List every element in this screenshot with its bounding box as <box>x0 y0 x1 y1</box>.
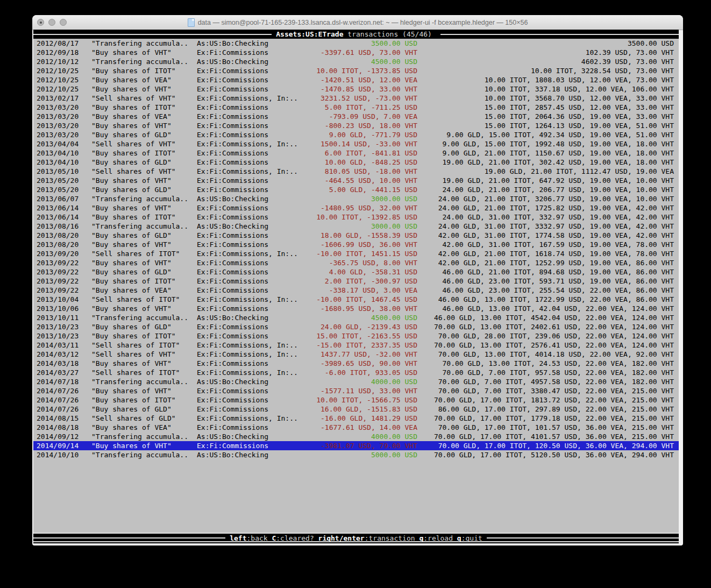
txn-description: "Buy shares of ITOT" <box>91 148 197 158</box>
transaction-row[interactable]: 2013/06/07 "Transfering accumula.. As:US… <box>33 194 679 203</box>
minimize-button[interactable] <box>48 19 55 26</box>
transaction-row[interactable]: 2014/03/18 "Buy shares of VHT" Ex:Fi:Com… <box>33 359 679 368</box>
transaction-row[interactable]: 2013/09/22 "Buy shares of ITOT" Ex:Fi:Co… <box>33 277 679 286</box>
txn-other-accounts: Ex:Fi:Commissions <box>197 240 300 249</box>
txn-change-amount: 4500.00 USD <box>300 313 417 322</box>
transaction-row[interactable]: 2013/09/22 "Buy shares of VEA" Ex:Fi:Com… <box>33 286 679 295</box>
txn-running-balance: 24.00 GLD, 21.00 ITOT, 3206.77 USD, 19.0… <box>417 194 679 203</box>
txn-change-amount: 4000.00 USD <box>300 432 417 441</box>
txn-running-balance: 9.00 GLD, 21.00 ITOT, 1150.67 USD, 19.00… <box>417 148 679 158</box>
transaction-row[interactable]: 2013/03/20 "Buy shares of VHT" Ex:Fi:Com… <box>33 121 679 130</box>
txn-change-amount: 810.05 USD, -18.00 VHT <box>300 167 417 176</box>
txn-change-amount: -1606.99 USD, 36.00 VHT <box>300 240 417 249</box>
txn-date: 2012/10/25 <box>33 66 91 75</box>
txn-description: "Transfering accumula.. <box>91 432 197 441</box>
txn-running-balance: 15.00 ITOT, 1264.13 USD, 19.00 VEA, 51.0… <box>417 121 679 130</box>
window-titlebar[interactable]: data — simon@pool-71-165-239-133.lsanca.… <box>32 15 683 30</box>
transaction-row[interactable]: 2014/03/27 "Sell shares of ITOT" Ex:Fi:C… <box>33 368 679 377</box>
txn-date: 2013/03/20 <box>33 121 91 130</box>
txn-description: "Sell shares of VHT" <box>91 167 197 176</box>
txn-description: "Sell shares of ITOT" <box>91 249 197 258</box>
txn-date: 2013/10/04 <box>33 295 91 304</box>
txn-description: "Buy shares of GLD" <box>91 130 197 139</box>
transaction-row[interactable]: 2013/05/20 "Buy shares of GLD" Ex:Fi:Com… <box>33 185 679 194</box>
transaction-row[interactable]: 2012/10/25 "Buy shares of VHT" Ex:Fi:Com… <box>33 84 679 94</box>
txn-date: 2014/07/18 <box>33 377 91 386</box>
transaction-row[interactable]: 2013/03/20 "Buy shares of VEA" Ex:Fi:Com… <box>33 112 679 121</box>
transaction-row[interactable]: 2013/10/23 "Buy shares of GLD" Ex:Fi:Com… <box>33 322 679 331</box>
txn-date: 2013/08/20 <box>33 231 91 240</box>
txn-other-accounts: Ex:Fi:Commissions <box>197 75 300 84</box>
txn-running-balance: 70.00 GLD, 13.00 ITOT, 4014.18 USD, 22.0… <box>417 350 679 359</box>
transaction-row[interactable]: 2013/03/20 "Buy shares of ITOT" Ex:Fi:Co… <box>33 103 679 112</box>
transaction-row[interactable]: 2012/10/25 "Buy shares of VEA" Ex:Fi:Com… <box>33 75 679 84</box>
transaction-row[interactable]: 2013/10/04 "Sell shares of ITOT" Ex:Fi:C… <box>33 295 679 304</box>
txn-date: 2014/09/14 <box>33 441 91 450</box>
zoom-button[interactable] <box>60 19 67 26</box>
txn-date: 2012/09/18 <box>33 48 91 57</box>
transaction-row[interactable]: 2012/10/25 "Buy shares of ITOT" Ex:Fi:Co… <box>33 66 679 75</box>
transaction-row[interactable]: 2013/09/22 "Buy shares of VHT" Ex:Fi:Com… <box>33 258 679 267</box>
txn-description: "Buy shares of VHT" <box>91 304 197 313</box>
transaction-row[interactable]: 2013/06/14 "Buy shares of ITOT" Ex:Fi:Co… <box>33 212 679 222</box>
txn-description: "Sell shares of VHT" <box>91 139 197 148</box>
transaction-row[interactable]: 2013/10/11 "Transfering accumula.. As:US… <box>33 313 679 322</box>
transaction-row[interactable]: 2013/04/10 "Buy shares of ITOT" Ex:Fi:Co… <box>33 148 679 158</box>
txn-other-accounts: Ex:Fi:Commissions, In:.. <box>197 350 300 359</box>
transaction-row[interactable]: 2013/06/14 "Buy shares of VHT" Ex:Fi:Com… <box>33 203 679 212</box>
txn-date: 2013/06/14 <box>33 203 91 212</box>
close-button[interactable] <box>37 19 44 26</box>
txn-other-accounts: Ex:Fi:Commissions <box>197 212 300 222</box>
transaction-row[interactable]: 2014/07/18 "Transfering accumula.. As:US… <box>33 377 679 386</box>
txn-date: 2014/07/26 <box>33 395 91 405</box>
txn-change-amount: 10.00 GLD, -848.25 USD <box>300 158 417 167</box>
transaction-row[interactable]: 2012/08/17 "Transfering accumula.. As:US… <box>33 39 679 48</box>
transaction-row[interactable]: 2013/08/20 "Buy shares of VHT" Ex:Fi:Com… <box>33 240 679 249</box>
txn-description: "Sell shares of ITOT" <box>91 295 197 304</box>
transaction-row[interactable]: 2013/02/17 "Sell shares of VHT" Ex:Fi:Co… <box>33 94 679 103</box>
screen-header-bar: Assets:US:ETrade transactions (45/46) <box>33 30 679 39</box>
transaction-row[interactable]: 2014/03/12 "Sell shares of VHT" Ex:Fi:Co… <box>33 350 679 359</box>
transaction-row[interactable]: 2013/05/10 "Sell shares of VHT" Ex:Fi:Co… <box>33 167 679 176</box>
transaction-row[interactable]: 2014/10/10 "Transfering accumula.. As:US… <box>33 450 679 459</box>
txn-running-balance: 42.00 GLD, 31.00 ITOT, 167.59 USD, 19.00… <box>417 240 679 249</box>
transaction-row[interactable]: 2013/04/10 "Buy shares of GLD" Ex:Fi:Com… <box>33 158 679 167</box>
transaction-row[interactable]: 2013/10/23 "Buy shares of ITOT" Ex:Fi:Co… <box>33 331 679 341</box>
txn-other-accounts: Ex:Fi:Commissions <box>197 84 300 94</box>
transaction-row[interactable]: 2013/09/20 "Sell shares of ITOT" Ex:Fi:C… <box>33 249 679 258</box>
transaction-row[interactable]: 2013/10/06 "Buy shares of VHT" Ex:Fi:Com… <box>33 304 679 313</box>
txn-other-accounts: Ex:Fi:Commissions <box>197 185 300 194</box>
txn-change-amount: -1577.11 USD, 33.00 VHT <box>300 386 417 395</box>
transaction-row[interactable]: 2014/09/14 "Buy shares of VHT" Ex:Fi:Com… <box>33 441 679 450</box>
transaction-row[interactable]: 2014/07/26 "Buy shares of GLD" Ex:Fi:Com… <box>33 405 679 414</box>
transaction-row[interactable]: 2014/08/18 "Buy shares of VEA" Ex:Fi:Com… <box>33 423 679 432</box>
transaction-row[interactable]: 2014/07/26 "Buy shares of VHT" Ex:Fi:Com… <box>33 386 679 395</box>
key-hint: right/enter:transaction <box>318 534 420 542</box>
txn-date: 2013/06/14 <box>33 212 91 222</box>
txn-running-balance: 70.00 GLD, 13.00 ITOT, 2402.61 USD, 22.0… <box>417 322 679 331</box>
txn-running-balance: 19.00 GLD, 21.00 ITOT, 1112.47 USD, 19.0… <box>417 167 679 176</box>
transaction-row[interactable]: 2014/08/15 "Sell shares of GLD" Ex:Fi:Co… <box>33 414 679 423</box>
txn-other-accounts: Ex:Fi:Commissions <box>197 112 300 121</box>
txn-date: 2014/03/27 <box>33 368 91 377</box>
transaction-row[interactable]: 2013/09/22 "Buy shares of GLD" Ex:Fi:Com… <box>33 267 679 277</box>
transaction-row[interactable]: 2014/09/12 "Transfering accumula.. As:US… <box>33 432 679 441</box>
txn-change-amount: 6.00 ITOT, -841.81 USD <box>300 148 417 158</box>
transaction-row[interactable]: 2013/08/16 "Transfering accumula.. As:US… <box>33 222 679 231</box>
txn-other-accounts: As:US:Bo:Checking <box>197 222 300 231</box>
txn-change-amount: -365.75 USD, 8.00 VHT <box>300 258 417 267</box>
txn-running-balance: 70.00 GLD, 17.00 ITOT, 120.50 USD, 36.00… <box>417 441 679 450</box>
transaction-row[interactable]: 2014/03/11 "Sell shares of ITOT" Ex:Fi:C… <box>33 341 679 350</box>
txn-running-balance: 3500.00 USD <box>417 39 679 48</box>
transaction-row[interactable]: 2012/10/12 "Transfering accumula.. As:US… <box>33 57 679 66</box>
transaction-row[interactable]: 2013/08/20 "Buy shares of GLD" Ex:Fi:Com… <box>33 231 679 240</box>
txn-date: 2014/03/12 <box>33 350 91 359</box>
transaction-row[interactable]: 2013/03/20 "Buy shares of GLD" Ex:Fi:Com… <box>33 130 679 139</box>
transaction-row[interactable]: 2012/09/18 "Buy shares of VHT" Ex:Fi:Com… <box>33 48 679 57</box>
txn-running-balance: 24.00 GLD, 31.00 ITOT, 332.97 USD, 19.00… <box>417 212 679 222</box>
transaction-row[interactable]: 2014/07/26 "Buy shares of ITOT" Ex:Fi:Co… <box>33 395 679 405</box>
transaction-row[interactable]: 2013/05/20 "Buy shares of VHT" Ex:Fi:Com… <box>33 176 679 185</box>
txn-other-accounts: Ex:Fi:Commissions <box>197 203 300 212</box>
transaction-row[interactable]: 2013/04/04 "Sell shares of VHT" Ex:Fi:Co… <box>33 139 679 148</box>
txn-date: 2013/10/11 <box>33 313 91 322</box>
